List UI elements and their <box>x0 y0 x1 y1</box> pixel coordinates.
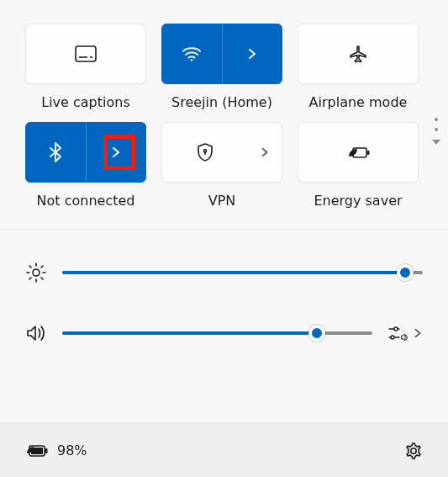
battery-status[interactable]: 98% <box>25 443 87 458</box>
tile-label: Live captions <box>41 94 130 110</box>
brightness-icon <box>25 262 47 284</box>
bluetooth-button[interactable] <box>25 122 146 183</box>
leaf-battery-icon <box>346 144 370 161</box>
svg-point-25 <box>411 448 416 453</box>
svg-rect-0 <box>76 46 96 61</box>
svg-point-4 <box>203 150 206 152</box>
footer-bar: 98% <box>0 423 448 477</box>
bluetooth-toggle[interactable] <box>26 142 86 162</box>
airplane-button[interactable] <box>298 24 419 84</box>
svg-line-14 <box>29 266 31 268</box>
tile-label: VPN <box>208 193 236 209</box>
svg-line-17 <box>41 266 43 268</box>
tile-airplane: Airplane mode <box>298 24 419 110</box>
scroll-indicator <box>431 118 441 146</box>
tile-label: Not connected <box>37 193 135 209</box>
captions-icon <box>75 45 97 62</box>
wifi-button[interactable] <box>161 24 282 84</box>
bluetooth-expand[interactable] <box>87 146 146 158</box>
quick-settings-panel: Live captions <box>0 0 448 209</box>
wifi-icon <box>182 45 202 62</box>
battery-percent: 98% <box>57 443 87 458</box>
brightness-slider[interactable] <box>62 271 423 274</box>
tile-bluetooth: Not connected <box>25 122 146 209</box>
wifi-toggle[interactable] <box>162 45 222 62</box>
tile-label: Airplane mode <box>309 94 408 110</box>
svg-point-20 <box>394 327 398 331</box>
svg-line-15 <box>41 278 43 279</box>
audio-output-icon[interactable] <box>387 325 408 342</box>
wifi-expand[interactable] <box>223 48 282 60</box>
chevron-right-icon <box>110 146 122 158</box>
quick-tiles-grid: Live captions <box>25 24 423 209</box>
svg-point-21 <box>391 336 394 339</box>
tile-label: Energy saver <box>314 193 402 209</box>
speaker-icon <box>25 324 47 342</box>
chevron-right-icon <box>260 147 270 157</box>
vpn-toggle[interactable] <box>162 142 247 162</box>
tile-label: Sreejin (Home) <box>171 94 272 110</box>
tile-live-captions: Live captions <box>25 24 146 110</box>
shield-lock-icon <box>196 142 214 162</box>
svg-line-16 <box>29 278 31 279</box>
tile-vpn: VPN <box>161 122 282 209</box>
chevron-right-icon[interactable] <box>413 328 423 338</box>
sliders-section <box>0 229 448 369</box>
chevron-right-icon <box>246 48 258 60</box>
settings-button[interactable] <box>404 442 423 460</box>
tile-energy-saver: Energy saver <box>298 122 419 209</box>
vpn-expand[interactable] <box>248 147 282 157</box>
bluetooth-icon <box>49 142 62 162</box>
volume-slider[interactable] <box>62 331 372 335</box>
svg-point-9 <box>33 269 40 276</box>
airplane-icon <box>348 45 368 63</box>
svg-point-3 <box>191 59 192 61</box>
vpn-button[interactable] <box>161 122 282 183</box>
tile-wifi: Sreejin (Home) <box>161 24 282 110</box>
gear-icon <box>404 442 423 460</box>
volume-row <box>25 321 423 346</box>
brightness-row <box>25 260 423 285</box>
svg-rect-23 <box>45 448 48 453</box>
svg-marker-8 <box>432 140 440 145</box>
svg-rect-7 <box>367 151 370 155</box>
battery-icon <box>25 443 49 458</box>
energy-saver-button[interactable] <box>298 122 419 183</box>
live-captions-button[interactable] <box>25 24 146 84</box>
chevron-down-icon[interactable] <box>431 138 441 146</box>
